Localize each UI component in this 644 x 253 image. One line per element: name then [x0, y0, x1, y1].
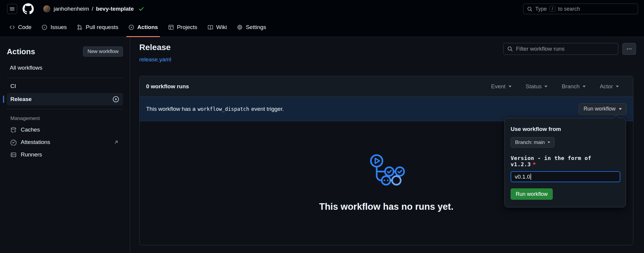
chevron-down-icon [583, 86, 586, 87]
workflow-file-link[interactable]: release.yaml [139, 56, 171, 63]
workflow-runs-count: 0 workflow runs [146, 83, 189, 90]
new-workflow-button[interactable]: New workflow [83, 47, 123, 57]
run-workflow-popup: Use workflow from Branch: main Version -… [504, 118, 626, 207]
required-asterisk: * [533, 161, 536, 167]
global-search-input[interactable]: Type / to search [523, 4, 638, 14]
chevron-down-icon [619, 108, 622, 110]
commit-status-success-icon[interactable] [138, 6, 144, 12]
server-icon [10, 152, 17, 158]
github-logo[interactable] [23, 3, 34, 15]
tab-projects[interactable]: Projects [163, 18, 202, 37]
tab-settings[interactable]: Settings [232, 18, 271, 37]
code-icon [9, 24, 15, 30]
breadcrumb-repo[interactable]: bevy-template [96, 6, 134, 12]
runs-box-header: 0 workflow runs Event Status Branch Acto… [140, 76, 633, 97]
cache-icon [10, 127, 17, 133]
gear-icon [237, 24, 243, 30]
status-filter-dropdown[interactable]: Status [526, 83, 548, 90]
workflow-graph-icon [368, 154, 405, 187]
filter-workflow-runs-input[interactable] [516, 46, 614, 52]
text-cursor [530, 174, 531, 180]
issue-opened-icon [41, 24, 47, 30]
chevron-down-icon [509, 86, 512, 87]
chevron-down-icon [548, 142, 550, 143]
search-icon [507, 46, 513, 52]
run-workflow-dropdown-button[interactable]: Run workflow [579, 103, 627, 115]
sidebar-item-runners[interactable]: Runners [7, 148, 123, 161]
event-filter-dropdown[interactable]: Event [491, 83, 512, 90]
slash-key-hint: / [549, 6, 555, 12]
branch-filter-dropdown[interactable]: Branch [562, 83, 585, 90]
workflow-item-release[interactable]: Release [7, 93, 123, 105]
external-link-icon [114, 140, 119, 145]
kebab-icon [626, 46, 632, 52]
filter-workflow-runs-field [503, 43, 618, 55]
management-section-header: Management [7, 116, 123, 121]
workflow-dispatch-code: workflow_dispatch [198, 106, 249, 112]
search-placeholder-suffix: to search [558, 6, 580, 12]
global-nav-menu-button[interactable] [7, 4, 17, 14]
tab-wiki[interactable]: Wiki [202, 18, 232, 37]
global-header: janhohenheim / bevy-template Type / to s… [0, 0, 644, 18]
actions-sidebar: Actions New workflow All workflows CI Re… [0, 37, 130, 253]
workflow-dispatch-icon [112, 96, 119, 103]
popup-title: Use workflow from [511, 126, 620, 132]
workflow-options-button[interactable] [622, 43, 636, 55]
chevron-down-icon [544, 86, 547, 87]
banner-text: This workflow has aworkflow_dispatcheven… [146, 106, 284, 112]
all-workflows-link[interactable]: All workflows [7, 65, 123, 71]
owner-avatar[interactable] [43, 5, 50, 12]
workflow-dispatch-banner: This workflow has aworkflow_dispatcheven… [140, 97, 633, 121]
chevron-down-icon [616, 86, 619, 87]
actor-filter-dropdown[interactable]: Actor [600, 83, 619, 90]
git-pull-request-icon [77, 24, 83, 30]
sidebar-title: Actions [7, 47, 35, 56]
breadcrumb-separator: / [92, 6, 93, 12]
version-input-value: v0.1.0 [515, 174, 530, 180]
empty-state-message: This workflow has no runs yet. [319, 201, 453, 212]
version-input[interactable]: v0.1.0 [511, 171, 620, 182]
tab-issues[interactable]: Issues [36, 18, 72, 37]
sidebar-divider [7, 109, 123, 109]
popup-run-workflow-button[interactable]: Run workflow [511, 188, 553, 200]
play-circle-icon [128, 24, 134, 30]
tab-actions[interactable]: Actions [123, 18, 163, 37]
search-icon [527, 6, 533, 12]
version-input-label: Version - in the form of v1.2.3* [511, 155, 620, 167]
tab-code[interactable]: Code [4, 18, 36, 37]
branch-selector-button[interactable]: Branch: main [511, 137, 554, 148]
verified-badge-icon [10, 139, 17, 145]
table-icon [168, 24, 174, 30]
repo-nav-tabs: Code Issues Pull requests Actions Projec… [0, 18, 644, 37]
workflow-item-ci[interactable]: CI [7, 81, 123, 92]
sidebar-item-attestations[interactable]: Attestations [7, 136, 123, 148]
tab-pull-requests[interactable]: Pull requests [72, 18, 123, 37]
breadcrumb-owner[interactable]: janhohenheim [54, 6, 89, 12]
sidebar-item-caches[interactable]: Caches [7, 124, 123, 136]
search-placeholder-prefix: Type [535, 6, 547, 12]
page-title: Release [139, 43, 171, 52]
book-icon [207, 24, 213, 30]
hamburger-icon [9, 6, 15, 12]
sidebar-divider [7, 78, 123, 78]
